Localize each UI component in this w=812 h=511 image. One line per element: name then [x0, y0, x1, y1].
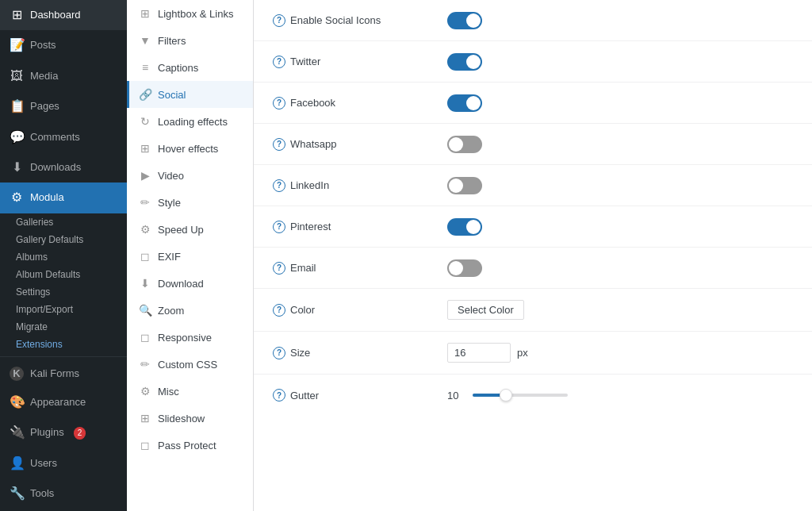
row-whatsapp: ? Whatsapp	[254, 124, 812, 165]
sidebar-item-appearance[interactable]: 🎨 Appearance	[0, 387, 127, 417]
sidebar-item-kali-forms[interactable]: K Kali Forms	[0, 360, 127, 387]
sidebar-subitem-gallery-defaults[interactable]: Gallery Defaults	[0, 231, 127, 248]
second-sidebar-item-pass-protect[interactable]: ◻ Pass Protect	[127, 432, 253, 459]
second-sidebar-item-speed-up[interactable]: ⚙ Speed Up	[127, 216, 253, 243]
plugins-icon: 🔌	[10, 424, 24, 441]
gutter-slider[interactable]	[473, 394, 568, 397]
help-icon-email[interactable]: ?	[273, 262, 285, 275]
label-whatsapp: Whatsapp	[290, 138, 337, 150]
sidebar-subitem-extensions[interactable]: Extensions	[0, 336, 127, 353]
select-color-button[interactable]: Select Color	[447, 300, 524, 320]
sidebar-item-downloads[interactable]: ⬇ Downloads	[0, 152, 127, 182]
row-linkedin: ? LinkedIn	[254, 165, 812, 206]
second-sidebar: ⊞ Lightbox & Links ▼ Filters ≡ Captions …	[127, 0, 254, 511]
media-icon: 🖼	[10, 67, 24, 85]
toggle-enable-social-icons[interactable]	[447, 12, 482, 29]
sidebar-item-comments[interactable]: 💬 Comments	[0, 122, 127, 152]
toggle-pinterest[interactable]	[447, 218, 482, 236]
help-icon-whatsapp[interactable]: ?	[273, 138, 285, 151]
sidebar-subitem-album-defaults[interactable]: Album Defaults	[0, 266, 127, 283]
row-enable-social-icons: ? Enable Social Icons	[254, 0, 812, 41]
video-icon: ▶	[139, 169, 151, 182]
help-icon-linkedin[interactable]: ?	[273, 179, 285, 192]
sidebar-subitem-albums[interactable]: Albums	[0, 248, 127, 266]
dashboard-icon: ⊞	[10, 6, 24, 24]
toggle-twitter[interactable]	[447, 53, 482, 71]
toggle-linkedin[interactable]	[447, 177, 482, 194]
pass-protect-icon: ◻	[139, 439, 151, 451]
row-pinterest: ? Pinterest	[254, 206, 812, 248]
label-facebook: Facebook	[290, 97, 335, 109]
help-icon-size[interactable]: ?	[273, 347, 285, 359]
sidebar-subitem-import-export[interactable]: Import/Export	[0, 301, 127, 318]
second-sidebar-item-filters[interactable]: ▼ Filters	[127, 27, 253, 54]
label-twitter: Twitter	[290, 56, 320, 67]
download-icon: ⬇	[139, 277, 151, 290]
second-sidebar-item-slideshow[interactable]: ⊞ Slideshow	[127, 405, 253, 432]
kali-forms-icon: K	[10, 367, 24, 381]
sidebar-item-modula[interactable]: ⚙ Modula	[0, 182, 127, 213]
label-color: Color	[290, 304, 315, 316]
main-content: ? Enable Social Icons ? Twitter	[254, 0, 812, 511]
users-icon: 👤	[10, 455, 24, 472]
second-sidebar-item-lightbox[interactable]: ⊞ Lightbox & Links	[127, 0, 253, 27]
sidebar-subitem-settings[interactable]: Settings	[0, 283, 127, 301]
second-sidebar-item-loading-effects[interactable]: ↻ Loading effects	[127, 108, 253, 135]
sidebar-item-media[interactable]: 🖼 Media	[0, 61, 127, 91]
second-sidebar-item-captions[interactable]: ≡ Captions	[127, 54, 253, 81]
admin-sidebar: ⊞ Dashboard 📝 Posts 🖼 Media 📋 Pages 💬 Co…	[0, 0, 127, 511]
row-size: ? Size px	[254, 332, 812, 375]
settings-panel: ? Enable Social Icons ? Twitter	[254, 0, 812, 511]
second-sidebar-item-hover-effects[interactable]: ⊞ Hover effects	[127, 135, 253, 162]
second-sidebar-item-zoom[interactable]: 🔍 Zoom	[127, 297, 253, 324]
label-email: Email	[290, 262, 316, 274]
label-enable-social-icons: Enable Social Icons	[290, 14, 381, 26]
loading-effects-icon: ↻	[139, 115, 151, 128]
appearance-icon: 🎨	[10, 394, 24, 411]
pages-icon: 📋	[10, 98, 24, 115]
exif-icon: ◻	[139, 250, 151, 263]
sidebar-item-users[interactable]: 👤 Users	[0, 448, 127, 478]
row-color: ? Color Select Color	[254, 289, 812, 332]
help-icon-pinterest[interactable]: ?	[273, 221, 285, 233]
second-sidebar-item-misc[interactable]: ⚙ Misc	[127, 378, 253, 405]
sidebar-item-plugins[interactable]: 🔌 Plugins 2	[0, 417, 127, 448]
toggle-email[interactable]	[447, 259, 482, 277]
toggle-whatsapp[interactable]	[447, 136, 482, 153]
misc-icon: ⚙	[139, 385, 151, 398]
modula-icon: ⚙	[10, 189, 24, 206]
second-sidebar-item-download[interactable]: ⬇ Download	[127, 270, 253, 297]
help-icon-gutter[interactable]: ?	[273, 389, 285, 402]
second-sidebar-item-responsive[interactable]: ◻ Responsive	[127, 324, 253, 351]
row-gutter: ? Gutter 10	[254, 375, 812, 416]
sidebar-subitem-galleries[interactable]: Galleries	[0, 213, 127, 231]
posts-icon: 📝	[10, 36, 24, 54]
second-sidebar-item-exif[interactable]: ◻ EXIF	[127, 243, 253, 270]
row-email: ? Email	[254, 248, 812, 289]
plugins-badge: 2	[74, 427, 86, 440]
help-icon-facebook[interactable]: ?	[273, 97, 285, 110]
help-icon-twitter[interactable]: ?	[273, 56, 285, 68]
second-sidebar-item-social[interactable]: 🔗 Social	[127, 81, 253, 108]
sidebar-item-pages[interactable]: 📋 Pages	[0, 91, 127, 121]
responsive-icon: ◻	[139, 331, 151, 344]
sidebar-item-dashboard[interactable]: ⊞ Dashboard	[0, 0, 127, 30]
second-sidebar-item-custom-css[interactable]: ✏ Custom CSS	[127, 351, 253, 378]
help-icon-color[interactable]: ?	[273, 304, 285, 317]
toggle-facebook[interactable]	[447, 94, 482, 112]
help-icon-enable-social[interactable]: ?	[273, 14, 285, 27]
second-sidebar-item-style[interactable]: ✏ Style	[127, 189, 253, 216]
label-size: Size	[290, 347, 310, 359]
sidebar-item-posts[interactable]: 📝 Posts	[0, 30, 127, 60]
downloads-icon: ⬇	[10, 159, 24, 176]
sidebar-item-tools[interactable]: 🔧 Tools	[0, 478, 127, 509]
slideshow-icon: ⊞	[139, 412, 151, 425]
sidebar-subitem-migrate[interactable]: Migrate	[0, 318, 127, 336]
comments-icon: 💬	[10, 129, 24, 146]
gutter-value: 10	[447, 390, 466, 402]
second-sidebar-item-video[interactable]: ▶ Video	[127, 162, 253, 189]
row-twitter: ? Twitter	[254, 41, 812, 83]
tools-icon: 🔧	[10, 485, 24, 502]
label-linkedin: LinkedIn	[290, 179, 329, 191]
size-input[interactable]	[447, 343, 511, 363]
